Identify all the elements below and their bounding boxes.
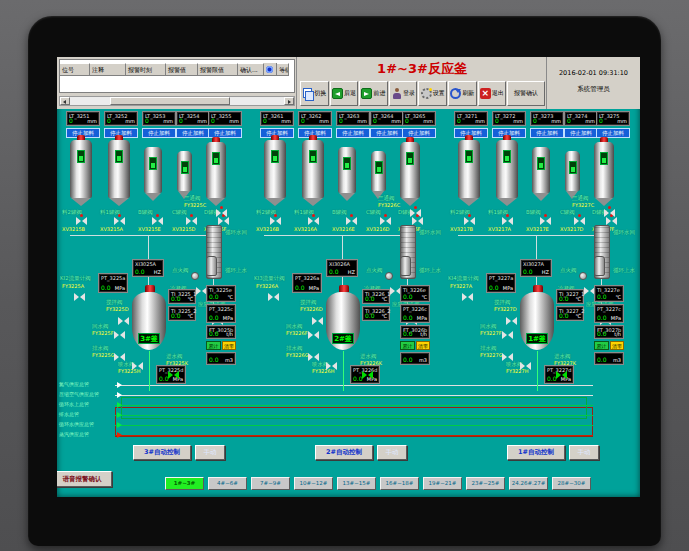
- tank-outlet-valve-icon[interactable]: [574, 217, 585, 225]
- instrument-unit: mm: [513, 118, 523, 124]
- tank-outlet-valve-icon[interactable]: [186, 217, 197, 225]
- valve-actuator-dot: [578, 214, 581, 217]
- reactor-valve-icon[interactable]: [362, 371, 373, 379]
- totalizer-clear-button[interactable]: 清零: [222, 341, 236, 350]
- totalizer-value: 0.0: [597, 356, 607, 363]
- page-button-6[interactable]: 16#~18#: [380, 477, 419, 490]
- exit-button[interactable]: 退出: [478, 81, 507, 106]
- reactor-valve-icon[interactable]: [114, 331, 125, 339]
- three-way-valve-icon[interactable]: [216, 209, 227, 217]
- scroll-left-icon[interactable]: [60, 97, 70, 105]
- forward-icon: [361, 88, 372, 99]
- auto-control-button-1[interactable]: 1#自动控制: [507, 445, 565, 460]
- alarm-column-header[interactable]: 等级: [277, 63, 289, 76]
- feed-tank[interactable]: [70, 140, 92, 198]
- scroll-right-icon[interactable]: [284, 97, 294, 105]
- tank-outlet-valve-icon[interactable]: [540, 217, 551, 225]
- feed-tank[interactable]: [206, 142, 226, 198]
- tank-outlet-valve-icon[interactable]: [308, 217, 319, 225]
- three-way-valve-icon[interactable]: [410, 209, 421, 217]
- forward-button[interactable]: 前进: [359, 81, 388, 106]
- feed-tank[interactable]: [496, 140, 518, 198]
- totalizer-clear-button[interactable]: 清零: [610, 341, 624, 350]
- alarm-column-header[interactable]: 报警时刻: [126, 63, 166, 76]
- back-button[interactable]: 后退: [330, 81, 359, 106]
- feed-tank[interactable]: [264, 140, 286, 198]
- totalizer-accum-button[interactable]: 累计: [206, 341, 221, 350]
- flow-meter-valve-icon[interactable]: [462, 293, 473, 301]
- feed-tank[interactable]: [532, 147, 550, 193]
- auto-control-button-3[interactable]: 3#自动控制: [133, 445, 191, 460]
- page-button-7[interactable]: 19#~21#: [423, 477, 462, 490]
- toolbar-button-label: 前进: [373, 89, 385, 98]
- tank-outlet-valve-icon[interactable]: [412, 217, 423, 225]
- feed-tank[interactable]: [338, 147, 356, 193]
- instrument-unit: mm: [475, 118, 485, 124]
- tank-outlet-valve-icon[interactable]: [502, 217, 513, 225]
- reactor-valve-icon[interactable]: [502, 331, 513, 339]
- tank-outlet-valve-icon[interactable]: [114, 217, 125, 225]
- alarm-column-header[interactable]: 注释: [90, 63, 126, 76]
- tank-outlet-valve-icon[interactable]: [464, 217, 475, 225]
- switch-button[interactable]: 切换: [300, 81, 329, 106]
- ignition-valve-label: 点火阀: [560, 267, 577, 273]
- feed-tank[interactable]: [400, 142, 420, 198]
- reactor-valve-icon[interactable]: [312, 317, 323, 325]
- tank-outlet-valve-icon[interactable]: [346, 217, 357, 225]
- tank-outlet-valve-icon[interactable]: [606, 217, 617, 225]
- page-button-9[interactable]: 24.26#.27#: [509, 477, 548, 490]
- page-button-2[interactable]: 4#~6#: [208, 477, 247, 490]
- reactor-valve-icon[interactable]: [556, 371, 567, 379]
- totalizer-clear-button[interactable]: 清零: [416, 341, 430, 350]
- feed-tank[interactable]: [144, 147, 162, 193]
- scroll-thumb[interactable]: [110, 97, 230, 105]
- feed-tank[interactable]: [594, 142, 614, 198]
- alarm-column-header[interactable]: 报警值: [166, 63, 198, 76]
- refresh-button[interactable]: 刷新: [448, 81, 477, 106]
- reactor-valve-icon[interactable]: [132, 362, 143, 370]
- manual-button[interactable]: 手动: [569, 445, 599, 460]
- page-button-3[interactable]: 7#~9#: [251, 477, 290, 490]
- alarm-scrollbar[interactable]: [59, 96, 295, 106]
- tank-outlet-valve-icon[interactable]: [76, 217, 87, 225]
- auto-control-button-2[interactable]: 2#自动控制: [315, 445, 373, 460]
- reactor-valve-icon[interactable]: [114, 353, 125, 361]
- manual-button[interactable]: 手动: [377, 445, 407, 460]
- feed-tank[interactable]: [458, 140, 480, 198]
- reactor-valve-icon[interactable]: [520, 362, 531, 370]
- reactor-valve-icon[interactable]: [308, 331, 319, 339]
- alarm-column-header[interactable]: 报警限值: [198, 63, 238, 76]
- reactor-valve-icon[interactable]: [506, 317, 517, 325]
- page-button-5[interactable]: 13#~15#: [337, 477, 376, 490]
- totalizer-accum-button[interactable]: 累计: [400, 341, 415, 350]
- tank-outlet-valve-icon[interactable]: [380, 217, 391, 225]
- feed-tank[interactable]: [108, 140, 130, 198]
- alarm-confirm-button[interactable]: 报警确认: [507, 81, 545, 106]
- alarm-column-header[interactable]: 确认...: [238, 63, 264, 76]
- tank-outlet-valve-icon[interactable]: [270, 217, 281, 225]
- reactor-valve-icon[interactable]: [118, 317, 129, 325]
- manual-button[interactable]: 手动: [195, 445, 225, 460]
- tank-hopper: [595, 198, 613, 206]
- reactor-valve-icon[interactable]: [326, 362, 337, 370]
- page-button-8[interactable]: 23#~25#: [466, 477, 505, 490]
- feed-tank[interactable]: [302, 140, 324, 198]
- settings-button[interactable]: 设置: [418, 81, 447, 106]
- page-button-1[interactable]: 1#~3#: [165, 477, 204, 490]
- reactor-valve-icon[interactable]: [502, 353, 513, 361]
- alarm-column-header[interactable]: 位号: [60, 63, 90, 76]
- flow-meter-valve-tag: FY3225A: [62, 283, 84, 289]
- page-button-10[interactable]: 28#~30#: [552, 477, 591, 490]
- reactor-group-2: LT_32610mm停止加料料2罐阀XV3216BLT_32620mm停止加料料…: [254, 109, 448, 384]
- totalizer-accum-button[interactable]: 累计: [594, 341, 609, 350]
- login-button[interactable]: 登录: [389, 81, 418, 106]
- tank-outlet-valve-icon[interactable]: [152, 217, 163, 225]
- reactor-valve-icon[interactable]: [168, 371, 179, 379]
- reactor-valve-icon[interactable]: [308, 353, 319, 361]
- tank-level-window: [465, 150, 473, 163]
- flow-meter-valve-icon[interactable]: [74, 293, 85, 301]
- page-button-4[interactable]: 10#~12#: [294, 477, 333, 490]
- flow-meter-valve-icon[interactable]: [268, 293, 279, 301]
- three-way-valve-icon[interactable]: [604, 209, 615, 217]
- tank-outlet-valve-icon[interactable]: [218, 217, 229, 225]
